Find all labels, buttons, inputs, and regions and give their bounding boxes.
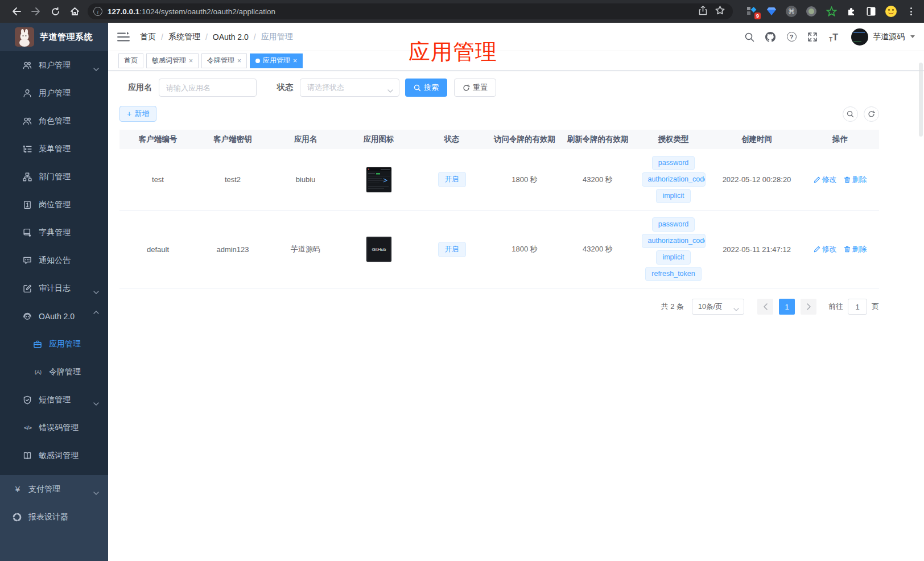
search-icon[interactable] [744,31,755,43]
pencil-icon [814,176,820,183]
page-scrollbar[interactable] [919,63,923,137]
delete-button[interactable]: 删除 [844,175,867,185]
reload-icon[interactable] [46,3,65,19]
browser-menu-icon[interactable] [905,5,917,18]
grant-type-tags: password authorization_code implicit [642,156,706,203]
chevron-down-icon [93,64,99,67]
user-menu[interactable]: 芋道源码 [851,28,915,46]
sidebar-item-post[interactable]: 岗位管理 [0,191,108,218]
trash-icon [844,246,851,253]
sidebar-item-dict[interactable]: 字典管理 [0,218,108,246]
close-icon[interactable]: × [189,57,193,64]
sidebar-item-error-code[interactable]: </> 错误码管理 [0,414,108,442]
page-unit-label: 页 [872,302,879,312]
app-name-label: 应用名 [128,82,152,93]
chevron-down-icon [93,488,99,491]
search-button[interactable]: 搜索 [405,79,447,97]
share-icon[interactable] [699,6,707,18]
active-tab-dot [255,59,260,63]
goto-label: 前往 [828,302,843,312]
address-bar[interactable]: i 127.0.0.1:1024/system/oauth2/oauth2/ap… [88,3,733,19]
tab-application[interactable]: 应用管理× [250,53,303,68]
delete-button[interactable]: 删除 [844,244,867,254]
search-icon [414,84,421,92]
app-name-input[interactable] [159,79,257,97]
trash-icon [844,176,851,183]
refresh-icon [463,84,470,92]
system-submenu: 租户管理 用户管理 角色管理 菜单管理 部门管理 岗位管理 字典管理 [0,51,108,475]
sidebar-item-sms[interactable]: 短信管理 [0,386,108,414]
browser-chrome: i 127.0.0.1:1024/system/oauth2/oauth2/ap… [0,0,924,23]
page-number-active[interactable]: 1 [779,299,795,315]
sidebar-item-user[interactable]: 用户管理 [0,79,108,107]
extension-grid-icon[interactable]: 9 [745,5,758,18]
sidebar-item-sensitive-word[interactable]: 敏感词管理 [0,442,108,469]
app-icon-thumbnail [366,167,391,192]
prev-page-button[interactable] [757,299,773,315]
bookmark-star-icon[interactable] [715,6,725,17]
sidebar-item-pay[interactable]: ¥ 支付管理 [0,475,108,503]
chevron-down-icon [93,287,99,290]
search-form: 应用名 状态 请选择状态 搜索 重置 [119,79,879,97]
emoji-profile-icon[interactable] [885,5,897,18]
reset-button[interactable]: 重置 [454,79,496,97]
forward-icon[interactable] [26,3,46,19]
site-info-icon[interactable]: i [93,7,102,16]
breadcrumb-oauth[interactable]: OAuth 2.0 [213,32,249,42]
note-edit-icon [23,284,32,293]
sidebar-item-audit-log[interactable]: 审计日志 [0,274,108,302]
star-extension-icon[interactable] [825,5,838,18]
back-icon[interactable] [7,3,26,19]
token-icon: (A) [33,369,43,375]
refresh-table-button[interactable] [864,106,879,122]
sidebar-item-oauth-application[interactable]: 应用管理 [0,330,108,358]
tab-sensitive-word[interactable]: 敏感词管理× [146,53,199,68]
status-select[interactable]: 请选择状态 [300,79,399,97]
sidebar-item-role[interactable]: 角色管理 [0,107,108,135]
puzzle-extension-icon[interactable] [845,5,857,18]
sidepanel-extension-icon[interactable] [865,5,877,18]
fullscreen-icon[interactable] [807,31,818,43]
next-page-button[interactable] [801,299,816,315]
help-icon[interactable]: ? [786,31,797,43]
tab-token[interactable]: 令牌管理× [201,53,247,68]
sidebar-item-oauth-token[interactable]: (A) 令牌管理 [0,358,108,386]
github-icon[interactable] [765,31,776,43]
refresh-icon [868,110,875,118]
add-button[interactable]: + 新增 [119,106,156,122]
sidebar-item-notice[interactable]: 通知公告 [0,246,108,274]
table-row: test test2 biubiu 开启 1800 秒 43200 秒 pass… [119,149,879,211]
goto-page-input[interactable] [848,299,867,315]
chevron-up-icon [93,315,99,318]
tab-home[interactable]: 首页 [118,53,143,68]
sidebar-item-tenant[interactable]: 租户管理 [0,51,108,79]
edit-button[interactable]: 修改 [814,175,837,185]
collapse-sidebar-icon[interactable] [117,31,130,43]
sidebar-item-report-designer[interactable]: 报表设计器 [0,503,108,531]
app-logo[interactable]: 芋道管理系统 [0,23,108,51]
badge-icon [23,200,32,209]
record-extension-icon[interactable] [805,5,818,18]
chevron-down-icon [387,86,393,89]
command-extension-icon[interactable]: ⌘ [785,5,798,18]
status-label: 状态 [277,82,293,93]
edit-button[interactable]: 修改 [814,244,837,254]
extension-toolbar: 9 ⌘ [745,5,917,18]
username: 芋道源码 [873,32,905,42]
page-size-select[interactable]: 10条/页 [692,299,744,315]
sidebar-item-dept[interactable]: 部门管理 [0,163,108,191]
briefcase-icon [33,340,42,349]
svg-text:GitHub: GitHub [372,247,386,252]
toggle-search-button[interactable] [843,106,858,122]
sidebar-item-oauth[interactable]: OAuth 2.0 [0,302,108,330]
breadcrumb-home[interactable]: 首页 [140,32,156,42]
tags-view: 首页 敏感词管理× 令牌管理× 应用管理× [108,51,924,71]
sidebar: 芋道管理系统 租户管理 用户管理 角色管理 菜单管理 部门管理 岗位管理 [0,23,108,561]
breadcrumb-system[interactable]: 系统管理 [168,32,200,42]
close-icon[interactable]: × [237,57,241,64]
font-size-icon[interactable]: TT [828,31,839,43]
sidebar-item-menu[interactable]: 菜单管理 [0,135,108,163]
close-icon[interactable]: × [293,57,297,64]
home-icon[interactable] [65,3,84,19]
gem-extension-icon[interactable] [765,5,778,18]
